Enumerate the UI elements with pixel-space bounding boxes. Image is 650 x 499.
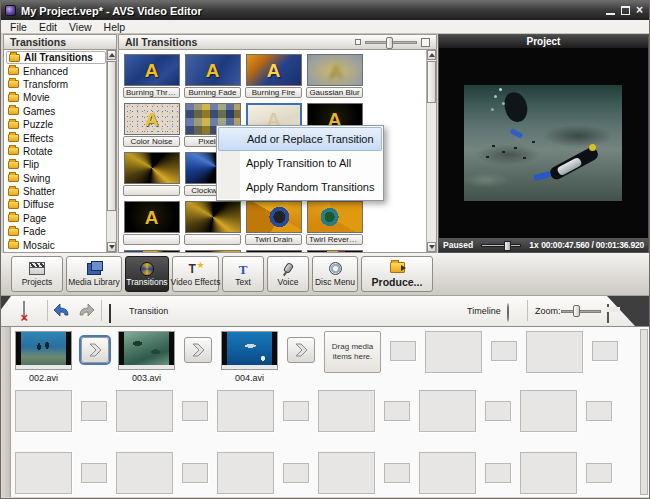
scroll-up-icon[interactable] <box>107 50 116 60</box>
menu-item[interactable]: File <box>4 21 33 33</box>
transition-cell[interactable]: A <box>121 199 182 248</box>
storyboard-grip[interactable] <box>1 327 11 497</box>
transition-cell[interactable]: A Twirl Reverse ... <box>304 199 365 248</box>
folder-icon <box>8 241 19 249</box>
grid-scrollbar[interactable] <box>426 50 436 252</box>
toolbar-button[interactable]: Text <box>222 256 264 292</box>
transition-thumbnail[interactable]: A <box>124 250 180 252</box>
category-item[interactable]: Diffuse <box>6 198 106 211</box>
close-button[interactable]: × <box>636 6 643 15</box>
size-slider-handle[interactable] <box>386 37 393 49</box>
category-item[interactable]: Transform <box>6 78 106 91</box>
transition-cell[interactable]: A <box>182 199 243 248</box>
clip-thumbnail[interactable] <box>118 331 175 370</box>
category-item[interactable]: Swing <box>6 172 106 185</box>
transition-thumbnail[interactable]: A <box>124 54 180 86</box>
category-item[interactable]: All Transitions <box>6 51 106 64</box>
thumbnail-size-slider[interactable] <box>355 38 430 47</box>
category-item[interactable]: Effects <box>6 131 106 144</box>
category-item[interactable]: Mosaic <box>6 238 106 251</box>
transition-slot[interactable] <box>184 337 212 363</box>
transition-thumbnail[interactable]: A <box>185 250 241 252</box>
context-menu-item[interactable]: Apply Transition to All <box>218 151 382 175</box>
scrollbar-thumb[interactable] <box>107 61 116 211</box>
drag-media-drop-zone[interactable]: Drag media items here. <box>324 331 381 373</box>
menu-item[interactable]: Help <box>98 21 132 33</box>
clip-slot[interactable]: 002.avi <box>15 331 72 383</box>
category-item[interactable]: Puzzle <box>6 118 106 131</box>
transition-cell[interactable]: A Burning Fire <box>243 52 304 101</box>
speed-slider-handle[interactable] <box>504 241 511 251</box>
toolbar-button[interactable]: Produce... <box>361 256 433 292</box>
toolbar-button[interactable]: Transitions <box>125 256 169 292</box>
menu-item[interactable]: View <box>63 21 98 33</box>
category-item[interactable]: Games <box>6 105 106 118</box>
transition-cell[interactable]: A Color Noise <box>121 101 182 150</box>
fit-to-screen-button[interactable] <box>607 305 609 323</box>
clip-slot[interactable]: 004.avi <box>221 331 278 383</box>
transition-cell[interactable]: A Burning Thres... <box>121 52 182 101</box>
transition-cell[interactable]: A Gaussian Blur <box>304 52 365 101</box>
transition-thumbnail[interactable]: A <box>307 54 363 86</box>
clip-thumbnail[interactable] <box>221 331 278 370</box>
scroll-down-icon[interactable] <box>107 242 116 252</box>
menu-item[interactable]: Edit <box>33 21 63 33</box>
transition-cell[interactable]: A Twist Left To ... <box>121 248 182 252</box>
transition-cell[interactable]: A Twist Bottom T... <box>304 248 365 252</box>
transition-thumbnail[interactable]: A <box>307 201 363 233</box>
context-menu-item[interactable]: Apply Random Transitions <box>218 175 382 199</box>
category-item[interactable]: Fade <box>6 225 106 238</box>
transition-thumbnail[interactable]: A <box>124 201 180 233</box>
category-scrollbar[interactable] <box>106 50 116 252</box>
transition-cell[interactable]: A Twist Right To ... <box>182 248 243 252</box>
minimize-button[interactable] <box>606 7 615 15</box>
transition-cell[interactable]: A Twirl Drain <box>243 199 304 248</box>
transition-thumbnail[interactable]: A <box>246 54 302 86</box>
transition-thumbnail[interactable]: A <box>307 250 363 252</box>
empty-transition-slot <box>182 463 208 483</box>
timeline-zoom-track[interactable] <box>561 310 601 313</box>
category-item[interactable]: Enhanced <box>6 64 106 77</box>
undo-button[interactable] <box>53 303 71 322</box>
narration-button[interactable] <box>507 304 509 322</box>
category-item[interactable]: Rotate <box>6 145 106 158</box>
delete-object-button[interactable] <box>23 302 25 320</box>
transition-slot[interactable] <box>287 337 315 363</box>
speed-slider-track[interactable] <box>481 244 521 247</box>
grid-scrollbar-thumb[interactable] <box>427 61 436 103</box>
transition-thumbnail[interactable]: A <box>246 250 302 252</box>
transition-thumbnail[interactable]: A <box>124 152 180 184</box>
diver-silhouette <box>502 90 530 124</box>
category-item[interactable]: Flip <box>6 158 106 171</box>
context-menu-item[interactable]: Add or Replace Transition <box>218 127 382 151</box>
toolbar-button[interactable]: Video Effects <box>172 256 219 292</box>
preview-panel: Project Paused 1x 00:00:47.560 / 00:01:3… <box>438 34 649 253</box>
app-icon[interactable] <box>5 5 16 16</box>
category-item[interactable]: Shatter <box>6 185 106 198</box>
clip-slot[interactable]: 003.avi <box>118 331 175 383</box>
transition-cell[interactable]: A Burning Fade <box>182 52 243 101</box>
clip-video-frame <box>124 332 169 365</box>
transition-slot[interactable] <box>81 337 109 363</box>
toolbar-button[interactable]: Media Library <box>66 256 122 292</box>
toolbar-button[interactable]: Voice <box>267 256 309 292</box>
category-item[interactable]: Page <box>6 212 106 225</box>
transition-thumbnail[interactable]: A <box>185 54 241 86</box>
transition-cell[interactable]: A Twist Top To B... <box>243 248 304 252</box>
toolbar-button[interactable]: Projects <box>11 256 63 292</box>
timeline-view-label[interactable]: Timeline <box>467 306 501 316</box>
grid-scroll-down-icon[interactable] <box>427 242 436 252</box>
redo-button[interactable] <box>77 303 95 322</box>
transition-thumbnail[interactable]: A <box>124 103 180 135</box>
transition-thumbnail[interactable]: A <box>246 201 302 233</box>
storyboard-scrollbar[interactable] <box>640 329 648 495</box>
clip-thumbnail[interactable] <box>15 331 72 370</box>
transition-thumbnail[interactable]: A <box>185 201 241 233</box>
category-item[interactable]: Movie <box>6 91 106 104</box>
toolbar-button[interactable]: Disc Menu <box>312 256 358 292</box>
maximize-button[interactable] <box>621 6 630 15</box>
timeline-zoom-handle[interactable] <box>573 305 580 317</box>
transition-cell[interactable]: A <box>121 150 182 199</box>
size-slider-track[interactable] <box>365 41 417 44</box>
grid-scroll-up-icon[interactable] <box>427 50 436 60</box>
